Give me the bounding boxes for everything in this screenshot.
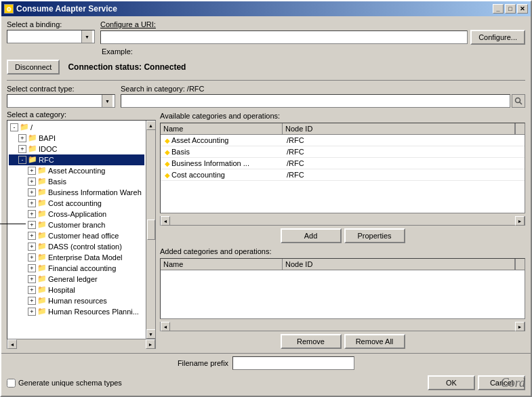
tree-item-custbranch[interactable]: + 📁 Customer branch [9, 220, 144, 230]
tree-expander-hospital[interactable]: + [28, 286, 36, 294]
tree-item-dass[interactable]: + 📁 DASS (control station) [9, 241, 144, 252]
tree-expander-root[interactable]: - [10, 123, 18, 131]
tree-item-root[interactable]: - 📁 / [9, 122, 144, 133]
available-table-body[interactable]: ◆ Asset Accounting /RFC ◆ Basis /RFC [161, 135, 525, 213]
tree-label-custbranch: Customer branch [48, 221, 105, 229]
properties-button[interactable]: Properties [344, 228, 405, 243]
tree-expander-hr[interactable]: + [28, 297, 36, 305]
tree-scrollbar-v[interactable]: ▲ ▼ [146, 121, 155, 339]
table-row[interactable]: ◆ Business Information ... /RFC [161, 158, 525, 169]
tree-item-hospital[interactable]: + 📁 Hospital [9, 285, 144, 295]
contract-type-combo[interactable]: Client (Outbound operation [7, 94, 115, 108]
tree-expander-basis[interactable]: + [28, 177, 36, 186]
added-scrollbar-h[interactable]: ◄ ► [160, 322, 525, 331]
generate-checkbox[interactable] [7, 379, 16, 388]
search-category-label: Search in category: /RFC [121, 85, 525, 93]
avail-scroll-left[interactable]: ◄ [161, 216, 170, 226]
tree-expander-ledger[interactable]: + [28, 275, 36, 283]
table-row[interactable]: ◆ Cost accounting /RFC [161, 169, 525, 181]
tree-label-root: / [30, 123, 33, 131]
tree-expander-bapi[interactable]: + [18, 134, 26, 142]
add-props-row: Add Properties [160, 228, 525, 243]
remove-all-button[interactable]: Remove All [344, 334, 405, 349]
avail-scroll-track[interactable] [170, 216, 515, 225]
tree-label-biw: Business Information Wareh [48, 188, 142, 196]
added-scroll-track[interactable] [170, 322, 515, 331]
tree-item-hr[interactable]: + 📁 Human resources [9, 295, 144, 306]
example-label: Example: [102, 47, 133, 56]
consume-adapter-dialog: ⚙ Consume Adapter Service _ □ ✕ Select a… [0, 0, 532, 397]
avail-scroll-right[interactable]: ► [515, 216, 525, 226]
tree-expander-crossapp[interactable]: + [28, 210, 36, 218]
close-button[interactable]: ✕ [517, 4, 528, 14]
configure-button[interactable]: Configure... [470, 30, 525, 45]
tree-item-financial[interactable]: + 📁 Financial accounting [9, 263, 144, 274]
scroll-up-arrow[interactable]: ▲ [146, 121, 156, 130]
tree-expander-hrplanning[interactable]: + [28, 308, 36, 316]
tree-item-enterprise[interactable]: + 📁 Enterprise Data Model [9, 252, 144, 263]
category-tree[interactable]: - 📁 / + 📁 BAPI + 📁 [7, 121, 146, 339]
available-scrollbar-h[interactable]: ◄ ► [160, 216, 525, 226]
added-scroll-right[interactable]: ► [515, 322, 525, 331]
tree-expander-custhq[interactable]: + [28, 232, 36, 240]
tree-expander-idoc[interactable]: + [18, 145, 26, 153]
tree-expander-cost[interactable]: + [28, 199, 36, 207]
tree-item-crossapp[interactable]: + 📁 Cross-Application [9, 209, 144, 220]
tree-label-hospital: Hospital [48, 286, 75, 294]
minimize-button[interactable]: _ [493, 4, 504, 14]
tree-item-asset[interactable]: + 📁 Asset Accounting [9, 165, 144, 176]
folder-icon-crossapp: 📁 [37, 209, 47, 219]
available-name-header: Name [161, 123, 283, 134]
tree-scrollbar-h[interactable]: ◄ ► [7, 339, 156, 349]
binding-dropdown-arrow[interactable] [81, 30, 92, 43]
scroll-down-arrow[interactable]: ▼ [146, 329, 156, 339]
tree-label-asset: Asset Accounting [48, 167, 105, 175]
row-nodeid: /RFC [284, 159, 523, 168]
tree-item-bapi[interactable]: + 📁 BAPI [9, 133, 144, 144]
row-icon: ◆ [165, 160, 170, 167]
tree-expander-rfc[interactable]: - [18, 156, 26, 164]
scroll-right-arrow[interactable]: ► [146, 339, 155, 349]
tree-expander-biw[interactable]: + [28, 188, 36, 196]
search-input[interactable] [121, 94, 510, 108]
tree-expander-dass[interactable]: + [28, 243, 36, 251]
tree-item-ledger[interactable]: + 📁 General ledger [9, 274, 144, 285]
added-table-header: Name Node ID [161, 259, 525, 270]
add-button[interactable]: Add [281, 228, 342, 243]
added-table-body[interactable] [161, 270, 525, 318]
row-icon: ◆ [165, 171, 170, 179]
remove-button[interactable]: Remove [281, 334, 342, 349]
scroll-h-track[interactable] [17, 339, 146, 349]
tree-label-financial: Financial accounting [48, 264, 116, 272]
tree-item-cost[interactable]: + 📁 Cost accounting [9, 198, 144, 209]
tree-item-biw[interactable]: + 📁 Business Information Wareh [9, 187, 144, 198]
tree-expander-asset[interactable]: + [28, 167, 36, 175]
tree-item-custhq[interactable]: + 📁 Customer head office [9, 230, 144, 241]
ok-button[interactable]: OK [428, 375, 475, 390]
disconnect-button[interactable]: Disconnect [7, 60, 60, 75]
binding-input[interactable]: sapBinding [9, 30, 81, 43]
search-button[interactable] [512, 94, 525, 108]
row-name: Basis [171, 148, 190, 156]
scroll-left-arrow[interactable]: ◄ [7, 339, 17, 349]
filename-input[interactable] [232, 356, 354, 370]
uri-input[interactable]: sap://CLIENT=800;LANG=EN;@a/EBIZIDES620/… [100, 30, 468, 44]
scroll-thumb[interactable] [147, 220, 155, 240]
tree-expander-custbranch[interactable]: + [28, 221, 36, 229]
table-row[interactable]: ◆ Asset Accounting /RFC [161, 135, 525, 146]
tree-item-basis[interactable]: + 📁 Basis [9, 176, 144, 187]
contract-type-input[interactable]: Client (Outbound operation [9, 94, 102, 108]
tree-expander-enterprise[interactable]: + [28, 253, 36, 262]
tree-item-idoc[interactable]: + 📁 IDOC [9, 144, 144, 154]
table-row[interactable]: ◆ Basis /RFC [161, 146, 525, 158]
contract-type-dropdown-arrow[interactable] [102, 95, 112, 107]
folder-icon-cost: 📁 [37, 198, 47, 208]
tree-item-hrplanning[interactable]: + 📁 Human Resources Planni... [9, 306, 144, 317]
added-scroll-left[interactable]: ◄ [161, 322, 170, 331]
tree-item-rfc[interactable]: - 📁 RFC [9, 154, 144, 165]
uri-label: Configure a URI: [100, 20, 525, 28]
tree-expander-financial[interactable]: + [28, 264, 36, 272]
maximize-button[interactable]: □ [505, 4, 516, 14]
binding-combo[interactable]: sapBinding [7, 30, 95, 43]
generate-checkbox-label[interactable]: Generate unique schema types [7, 379, 122, 388]
